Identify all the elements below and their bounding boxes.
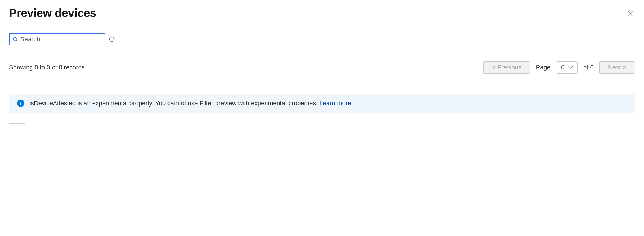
search-input[interactable] (20, 36, 102, 43)
records-summary: Showing 0 to 0 of 0 records (9, 64, 85, 71)
svg-point-7 (20, 102, 21, 103)
header-row: Preview devices (9, 7, 635, 19)
info-icon (109, 36, 115, 42)
svg-point-5 (112, 38, 112, 38)
page-select[interactable]: 0 (556, 61, 578, 74)
page-select-value: 0 (561, 64, 564, 71)
page-label: Page (536, 64, 550, 71)
next-button[interactable]: Next > (599, 61, 635, 74)
close-icon (627, 10, 634, 16)
page-title: Preview devices (9, 7, 96, 19)
close-button[interactable] (626, 9, 635, 18)
pager: < Previous Page 0 of 0 Next > (483, 61, 635, 74)
search-box[interactable] (9, 33, 105, 45)
search-info-button[interactable] (108, 36, 115, 43)
info-filled-icon (17, 100, 24, 107)
info-banner: isDeviceAttested is an experimental prop… (9, 94, 635, 113)
banner-text: isDeviceAttested is an experimental prop… (29, 100, 351, 107)
learn-more-link[interactable]: Learn more (319, 100, 351, 107)
divider-stub (9, 123, 25, 124)
search-row (9, 33, 635, 45)
svg-rect-8 (20, 103, 21, 105)
previous-button[interactable]: < Previous (483, 61, 530, 74)
search-icon (12, 36, 18, 42)
page-of-label: of 0 (583, 64, 594, 71)
svg-line-3 (16, 40, 17, 41)
chevron-down-icon (568, 66, 573, 69)
records-row: Showing 0 to 0 of 0 records < Previous P… (9, 61, 635, 74)
svg-point-2 (13, 37, 16, 40)
banner-message: isDeviceAttested is an experimental prop… (29, 100, 319, 107)
